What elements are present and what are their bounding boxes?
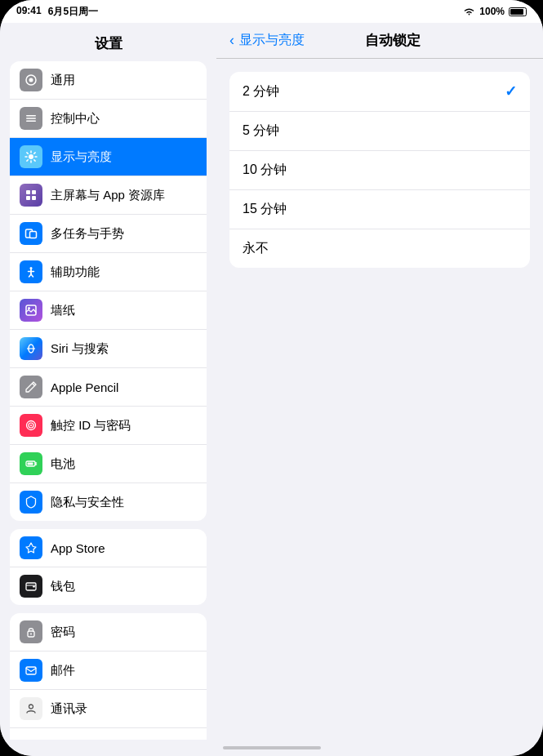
sidebar-item-general[interactable]: 通用 xyxy=(10,61,207,100)
svg-rect-3 xyxy=(26,118,36,119)
sidebar-item-battery[interactable]: 电池 xyxy=(10,445,207,483)
option-5min[interactable]: 5 分钟 xyxy=(229,112,530,151)
mail-label: 邮件 xyxy=(51,663,75,678)
battery-icon-sidebar xyxy=(20,452,42,475)
option-10min[interactable]: 10 分钟 xyxy=(229,151,530,190)
status-bar: 09:41 6月5日周一 100% xyxy=(0,0,543,23)
option-15min-label: 15 分钟 xyxy=(243,201,287,218)
privacy-label: 隐私与安全性 xyxy=(51,495,124,510)
multitask-icon xyxy=(20,222,42,245)
contacts-icon xyxy=(20,697,42,720)
svg-rect-17 xyxy=(32,196,36,200)
option-2min-label: 2 分钟 xyxy=(243,83,279,100)
time: 09:41 xyxy=(16,5,42,19)
sidebar-item-privacy[interactable]: 隐私与安全性 xyxy=(10,483,207,521)
sidebar-group-1: 通用 控制中心 xyxy=(10,61,207,521)
sidebar-item-pencil[interactable]: Apple Pencil xyxy=(10,368,207,407)
svg-point-1 xyxy=(29,78,33,82)
control-icon xyxy=(20,107,42,130)
svg-line-13 xyxy=(27,160,28,161)
passwords-icon xyxy=(20,620,42,643)
right-header: ‹ 显示与亮度 自动锁定 xyxy=(216,23,543,59)
back-label: 显示与亮度 xyxy=(239,32,305,49)
option-never[interactable]: 永不 xyxy=(229,229,530,268)
sidebar-item-multitask[interactable]: 多任务与手势 xyxy=(10,215,207,253)
right-panel-title: 自动锁定 xyxy=(305,31,481,50)
pencil-icon xyxy=(20,376,42,398)
siri-icon xyxy=(20,337,42,360)
appstore-label: App Store xyxy=(51,541,105,555)
mail-icon xyxy=(20,659,42,682)
svg-point-5 xyxy=(29,154,33,159)
touchid-label: 触控 ID 与密码 xyxy=(51,418,131,434)
sidebar-item-mail[interactable]: 邮件 xyxy=(10,651,207,690)
svg-rect-19 xyxy=(30,232,37,238)
svg-point-32 xyxy=(30,425,32,426)
svg-rect-38 xyxy=(33,586,35,588)
sidebar-item-display[interactable]: 显示与亮度 xyxy=(10,138,207,176)
accessibility-icon xyxy=(20,260,42,283)
screen: 09:41 6月5日周一 100% 设置 xyxy=(0,0,543,756)
option-never-label: 永不 xyxy=(243,240,269,257)
svg-line-10 xyxy=(27,153,28,153)
wallet-label: 钱包 xyxy=(51,579,75,594)
option-2min[interactable]: 2 分钟 ✓ xyxy=(229,72,530,112)
sidebar-item-passwords[interactable]: 密码 xyxy=(10,613,207,651)
siri-label: Siri 与搜索 xyxy=(51,341,109,357)
contacts-label: 通讯录 xyxy=(51,701,87,717)
control-label: 控制中心 xyxy=(51,111,100,127)
multitask-label: 多任务与手势 xyxy=(51,226,124,242)
sidebar-item-siri[interactable]: Siri 与搜索 xyxy=(10,330,207,368)
sidebar-item-appstore[interactable]: App Store xyxy=(10,529,207,567)
status-left: 09:41 6月5日周一 xyxy=(16,5,98,19)
svg-point-26 xyxy=(28,307,30,309)
option-10min-label: 10 分钟 xyxy=(243,162,287,179)
svg-rect-15 xyxy=(32,190,36,194)
svg-line-12 xyxy=(34,153,35,153)
display-label: 显示与亮度 xyxy=(51,149,112,165)
svg-rect-4 xyxy=(26,121,36,122)
sidebar-item-calendar[interactable]: 5 日历 xyxy=(10,728,207,740)
sidebar-item-touchid[interactable]: 触控 ID 与密码 xyxy=(10,407,207,445)
calendar-icon: 5 xyxy=(20,736,42,740)
appstore-icon xyxy=(20,536,42,559)
homescreen-icon xyxy=(20,184,42,207)
wallpaper-icon xyxy=(20,299,42,322)
sidebar-item-accessibility[interactable]: 辅助功能 xyxy=(10,253,207,291)
sidebar-item-control[interactable]: 控制中心 xyxy=(10,100,207,138)
home-bar xyxy=(223,746,321,749)
sidebar-group-2: App Store 钱包 xyxy=(10,529,207,605)
privacy-icon xyxy=(20,491,42,514)
option-15min[interactable]: 15 分钟 xyxy=(229,190,530,229)
option-2min-check: ✓ xyxy=(505,82,517,100)
sidebar-item-wallet[interactable]: 钱包 xyxy=(10,567,207,605)
general-icon xyxy=(20,69,42,91)
sidebar-group-3: 密码 邮件 xyxy=(10,613,207,740)
svg-rect-34 xyxy=(28,463,33,465)
battery-label: 电池 xyxy=(51,456,75,472)
svg-line-24 xyxy=(31,274,33,277)
option-5min-label: 5 分钟 xyxy=(243,122,279,140)
sidebar-item-wallpaper[interactable]: 墙纸 xyxy=(10,291,207,330)
svg-point-43 xyxy=(29,705,33,709)
sidebar-item-homescreen[interactable]: 主屏幕与 App 资源库 xyxy=(10,176,207,215)
svg-rect-14 xyxy=(26,190,30,194)
pencil-label: Apple Pencil xyxy=(51,380,118,394)
sidebar-title: 设置 xyxy=(0,23,216,61)
sidebar: 设置 通用 xyxy=(0,23,216,740)
svg-rect-42 xyxy=(26,667,36,674)
passwords-label: 密码 xyxy=(51,625,75,640)
auto-lock-options: 2 分钟 ✓ 5 分钟 10 分钟 15 分钟 永不 xyxy=(229,72,530,268)
right-panel: ‹ 显示与亮度 自动锁定 2 分钟 ✓ 5 分钟 10 分钟 xyxy=(216,23,543,740)
svg-point-20 xyxy=(30,267,33,269)
accessibility-label: 辅助功能 xyxy=(51,265,100,280)
main-content: 设置 通用 xyxy=(0,23,543,740)
calendar-label: 日历 xyxy=(51,740,75,740)
svg-rect-2 xyxy=(26,115,36,117)
display-icon xyxy=(20,145,42,168)
sidebar-item-contacts[interactable]: 通讯录 xyxy=(10,690,207,728)
right-content: 2 分钟 ✓ 5 分钟 10 分钟 15 分钟 永不 xyxy=(216,59,543,740)
battery-icon xyxy=(509,7,527,16)
back-button[interactable]: ‹ 显示与亮度 xyxy=(229,32,305,49)
svg-point-41 xyxy=(30,634,32,635)
